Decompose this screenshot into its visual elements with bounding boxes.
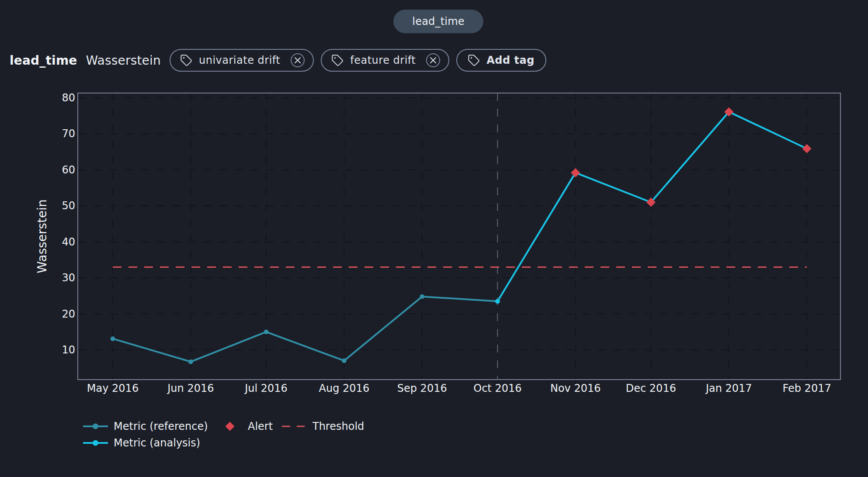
grid [78,93,840,385]
legend-label: Metric (reference) [114,420,208,432]
y-tick-label: 70 [62,128,75,140]
x-tick-label: May 2016 [87,382,139,394]
legend-item-metric-analysis-[interactable]: Metric (analysis) [83,437,200,449]
x-tick-label: Jun 2016 [167,382,214,394]
data-point-reference[interactable] [111,336,115,341]
legend-swatch-dot [93,424,98,429]
alert-markers [571,107,811,207]
page: { "ui": { "bg_color": "#1b1e27", "top_pi… [0,0,868,477]
legend-label: Metric (analysis) [114,437,200,449]
series-analysis[interactable] [495,110,809,304]
y-tick-label: 30 [62,272,75,284]
data-point-reference[interactable] [420,294,424,299]
y-tick-label: 20 [62,308,75,320]
y-tick-label: 40 [62,236,75,248]
legend-swatch-diamond [226,422,235,431]
legend-item-alert[interactable]: Alert [226,420,273,432]
x-tick-label: Dec 2016 [626,382,676,394]
legend-item-metric-reference-[interactable]: Metric (reference) [83,420,208,432]
drift-chart: May 2016Jun 2016Jul 2016Aug 2016Sep 2016… [0,0,868,477]
series-line-reference [113,297,497,362]
legend-swatch-dot [93,440,98,446]
x-tick-label: Oct 2016 [473,382,521,394]
legend-item-threshold[interactable]: Threshold [282,420,364,432]
alert-marker[interactable] [802,144,812,153]
data-point-analysis[interactable] [495,299,500,304]
x-tick-label: Jul 2016 [244,382,288,394]
chart-legend: Metric (reference)AlertThresholdMetric (… [83,420,364,449]
data-point-reference[interactable] [342,358,347,363]
x-tick-label: Nov 2016 [550,382,601,394]
x-tick-label: Feb 2017 [783,382,831,394]
series-line-analysis [497,112,807,301]
legend-label: Threshold [312,420,364,432]
x-tick-label: Aug 2016 [319,382,370,394]
series-reference[interactable] [111,294,500,364]
y-tick-label: 50 [62,200,75,212]
x-tick-label: Sep 2016 [397,382,447,394]
x-tick-label: Jan 2017 [705,382,752,394]
y-tick-label: 10 [62,344,75,356]
plot-border [78,93,840,380]
data-point-reference[interactable] [188,359,193,364]
data-point-reference[interactable] [264,330,269,335]
y-axis-title: Wasserstein [35,199,49,273]
y-tick-label: 80 [62,92,75,104]
y-tick-label: 60 [62,164,75,176]
legend-label: Alert [248,420,273,432]
